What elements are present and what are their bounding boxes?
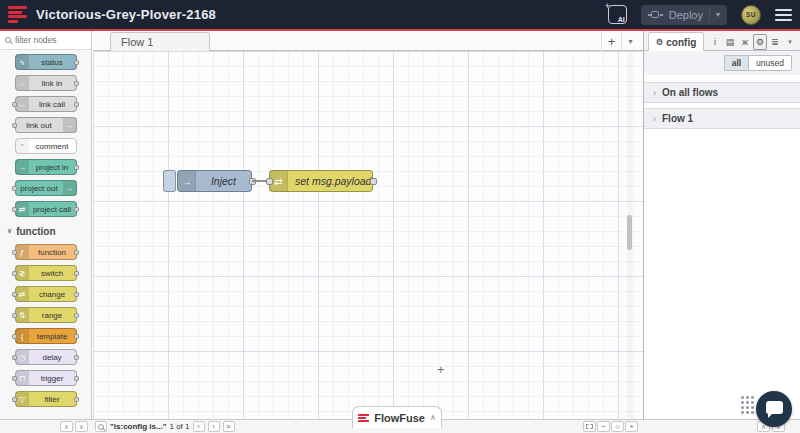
workspace-tabbar: Flow 1 + ▾ bbox=[93, 31, 643, 51]
dot bbox=[746, 401, 749, 404]
filter-icon: ▽ bbox=[16, 392, 29, 406]
filter-all-button[interactable]: all bbox=[724, 55, 748, 71]
palette-node-project-call[interactable]: ⇄project call bbox=[15, 201, 77, 217]
tab-flow-1[interactable]: Flow 1 bbox=[110, 32, 210, 51]
flowfuse-tools-pill[interactable]: FlowFuse ∧ bbox=[352, 406, 442, 428]
dot bbox=[746, 396, 749, 399]
search-query[interactable]: "is:config is..." bbox=[110, 422, 166, 431]
ai-assistant-button[interactable]: + AI bbox=[608, 5, 627, 24]
input-port bbox=[12, 207, 17, 212]
palette-node-label: trigger bbox=[29, 371, 76, 385]
output-port bbox=[74, 313, 79, 318]
palette-node-function[interactable]: ƒfunction bbox=[15, 244, 77, 260]
user-avatar[interactable]: SU bbox=[741, 5, 761, 25]
palette-node-status[interactable]: ϟstatus bbox=[15, 54, 77, 70]
palette-node-link-call[interactable]: ↔link call bbox=[15, 96, 77, 112]
widget-drag-handle[interactable] bbox=[741, 396, 754, 414]
zoom-reset-button[interactable]: ○ bbox=[611, 421, 624, 432]
output-port bbox=[74, 250, 79, 255]
input-port bbox=[12, 123, 17, 128]
output-port bbox=[74, 292, 79, 297]
dot bbox=[741, 411, 744, 414]
palette-node-label: delay bbox=[29, 350, 76, 364]
palette-category-function[interactable]: ∨function bbox=[0, 223, 91, 239]
info-icon[interactable]: i bbox=[708, 34, 722, 50]
config-icon[interactable]: ⚙ bbox=[753, 34, 767, 50]
palette-node-label: status bbox=[29, 55, 76, 69]
config-section-label: On all flows bbox=[662, 87, 718, 98]
inject-node[interactable]: → Inject bbox=[163, 170, 252, 192]
node-red-editor: Victorious-Grey-Plover-2168 + AI Deploy … bbox=[0, 0, 800, 433]
search-icon[interactable] bbox=[95, 421, 107, 432]
config-section-on-all-flows[interactable]: ›On all flows bbox=[644, 82, 800, 103]
palette-node-label: range bbox=[29, 308, 76, 322]
palette-node-label: filter bbox=[29, 392, 76, 406]
output-port bbox=[74, 397, 79, 402]
zoom-in-button[interactable]: + bbox=[625, 421, 638, 432]
palette-node-link-out[interactable]: link out→ bbox=[15, 117, 77, 133]
inject-trigger-button[interactable] bbox=[163, 170, 176, 192]
search-prev-button[interactable]: ‹ bbox=[193, 421, 205, 432]
palette-node-template[interactable]: {template bbox=[15, 328, 77, 344]
palette-filter-input[interactable] bbox=[15, 35, 85, 45]
palette-node-delay[interactable]: ◷delay bbox=[15, 349, 77, 365]
output-port bbox=[74, 271, 79, 276]
palette-node-switch[interactable]: ≷switch bbox=[15, 265, 77, 281]
link-call-icon: ↔ bbox=[16, 97, 29, 111]
search-close-button[interactable]: × bbox=[223, 421, 235, 432]
input-port bbox=[12, 376, 17, 381]
chevron-right-icon: › bbox=[653, 88, 656, 98]
change-input-port[interactable] bbox=[266, 178, 273, 185]
dot bbox=[746, 411, 749, 414]
chat-widget-button[interactable] bbox=[756, 391, 792, 427]
tab-config[interactable]: ⚙ config bbox=[648, 32, 704, 51]
palette-node-range[interactable]: ⇅range bbox=[15, 307, 77, 323]
template-icon: { bbox=[16, 329, 29, 343]
flow-canvas[interactable]: → Inject ⇄ set msg.payload + bbox=[93, 51, 643, 419]
function-icon: ƒ bbox=[16, 245, 29, 259]
dot bbox=[751, 401, 754, 404]
palette-node-label: link call bbox=[29, 97, 76, 111]
palette-node-label: switch bbox=[29, 266, 76, 280]
dot bbox=[751, 411, 754, 414]
palette-search[interactable] bbox=[0, 31, 91, 50]
expand-icon[interactable]: ▾ bbox=[783, 34, 797, 50]
input-port bbox=[12, 313, 17, 318]
navigator-toggle-button[interactable] bbox=[583, 421, 596, 432]
palette-node-comment[interactable]: ”comment bbox=[15, 138, 77, 154]
deploy-button[interactable]: Deploy ▾ bbox=[641, 5, 727, 25]
main-menu-icon[interactable] bbox=[775, 9, 792, 21]
sidebar-toolbar: i▤ж⚙≣▾ bbox=[708, 32, 797, 51]
context-icon[interactable]: ≣ bbox=[768, 34, 782, 50]
config-filter-row: allunused bbox=[644, 51, 800, 75]
output-port bbox=[74, 60, 79, 65]
project-in-icon: → bbox=[16, 160, 29, 174]
add-flow-button[interactable]: + bbox=[601, 32, 621, 51]
palette-expand-button[interactable]: ∨ bbox=[75, 421, 88, 432]
palette-node-trigger[interactable]: ⊓trigger bbox=[15, 370, 77, 386]
canvas-scrollbar-thumb[interactable] bbox=[627, 215, 632, 250]
config-section-flow-1[interactable]: ›Flow 1 bbox=[644, 108, 800, 129]
palette-node-link-in[interactable]: →link in bbox=[15, 75, 77, 91]
search-icon bbox=[5, 37, 11, 43]
palette-node-label: project out bbox=[16, 181, 63, 195]
palette-node-filter[interactable]: ▽filter bbox=[15, 391, 77, 407]
help-icon[interactable]: ▤ bbox=[723, 34, 737, 50]
palette-node-project-out[interactable]: project out→ bbox=[15, 180, 77, 196]
header-bar: Victorious-Grey-Plover-2168 + AI Deploy … bbox=[0, 0, 800, 29]
filter-unused-button[interactable]: unused bbox=[748, 55, 792, 71]
change-output-port[interactable] bbox=[370, 178, 377, 185]
palette-node-label: function bbox=[29, 245, 76, 259]
zoom-out-button[interactable]: − bbox=[597, 421, 610, 432]
palette-node-project-in[interactable]: →project in bbox=[15, 159, 77, 175]
flow-list-menu-icon[interactable]: ▾ bbox=[621, 32, 639, 51]
input-port bbox=[12, 102, 17, 107]
search-next-button[interactable]: › bbox=[208, 421, 220, 432]
debug-icon[interactable]: ж bbox=[738, 34, 752, 50]
palette-node-change[interactable]: ⇄change bbox=[15, 286, 77, 302]
header-actions: + AI Deploy ▾ SU bbox=[608, 5, 792, 25]
palette-collapse-button[interactable]: ∧ bbox=[60, 421, 73, 432]
link-out-icon: → bbox=[63, 118, 76, 132]
deploy-dropdown-icon[interactable]: ▾ bbox=[716, 10, 720, 19]
change-node[interactable]: ⇄ set msg.payload bbox=[269, 170, 373, 192]
